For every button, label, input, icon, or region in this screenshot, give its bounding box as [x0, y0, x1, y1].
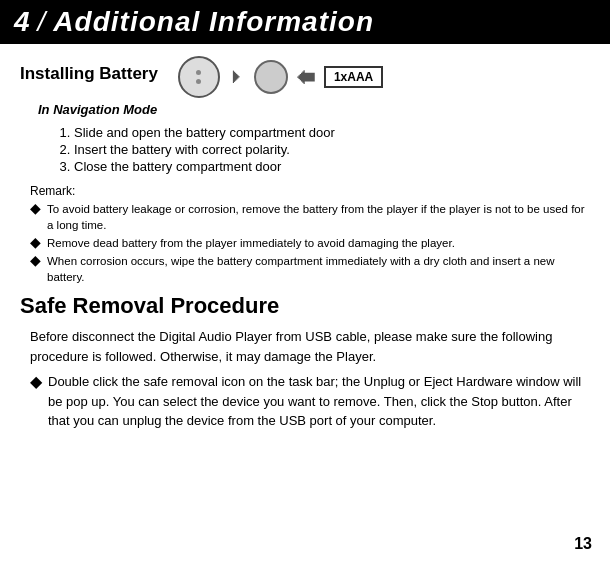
battery-title-row: Installing Battery 🞂 🡄 1xAAA [20, 56, 590, 98]
step-3: Close the battery compartment door [74, 159, 590, 174]
step-1: Slide and open the battery compartment d… [74, 125, 590, 140]
remark-2: ◆ Remove dead battery from the player im… [30, 235, 590, 251]
safe-removal-title: Safe Removal Procedure [20, 293, 590, 319]
arrow-right-icon: 🞂 [228, 68, 246, 86]
nav-mode-label: In Navigation Mode [38, 102, 590, 117]
remark-1: ◆ To avoid battery leakage or corrosion,… [30, 201, 590, 233]
remark-title: Remark: [30, 184, 590, 198]
remark-bullet-1: ◆ [30, 200, 41, 216]
safe-removal-body: Before disconnect the Digital Audio Play… [30, 327, 590, 366]
chapter-title: Additional Information [53, 6, 374, 38]
dot-bottom [196, 79, 201, 84]
chapter-number: 4 [14, 8, 30, 36]
steps-list: Slide and open the battery compartment d… [56, 125, 590, 174]
header-slash: / [38, 6, 46, 38]
remark-3: ◆ When corrosion occurs, wipe the batter… [30, 253, 590, 285]
battery-compartment-open-icon [178, 56, 220, 98]
remark-section: Remark: ◆ To avoid battery leakage or co… [30, 184, 590, 285]
safe-removal-bullet: ◆ [30, 372, 42, 391]
arrow-left-icon: 🡄 [296, 67, 316, 87]
page-number: 13 [574, 535, 592, 553]
battery-icon [254, 60, 288, 94]
page-content: Installing Battery 🞂 🡄 1xAAA [0, 44, 610, 441]
installing-battery-title: Installing Battery [20, 64, 158, 84]
step-2: Insert the battery with correct polarity… [74, 142, 590, 157]
remark-bullet-2: ◆ [30, 234, 41, 250]
battery-steps: Slide and open the battery compartment d… [56, 125, 590, 174]
remark-text-1: To avoid battery leakage or corrosion, r… [47, 201, 590, 233]
battery-type-label: 1xAAA [324, 66, 383, 88]
dot-top [196, 70, 201, 75]
safe-removal-section: Safe Removal Procedure Before disconnect… [20, 293, 590, 431]
remark-text-2: Remove dead battery from the player imme… [47, 235, 455, 251]
page-header: 4 / Additional Information [0, 0, 610, 44]
safe-removal-item: ◆ Double click the safe removal icon on … [30, 372, 590, 431]
remark-bullet-3: ◆ [30, 252, 41, 268]
safe-removal-text: Double click the safe removal icon on th… [48, 372, 590, 431]
battery-diagram: 🞂 🡄 1xAAA [178, 56, 383, 98]
page-wrapper: 4 / Additional Information Installing Ba… [0, 0, 610, 565]
remark-text-3: When corrosion occurs, wipe the battery … [47, 253, 590, 285]
installing-battery-section: Installing Battery 🞂 🡄 1xAAA [20, 56, 590, 285]
